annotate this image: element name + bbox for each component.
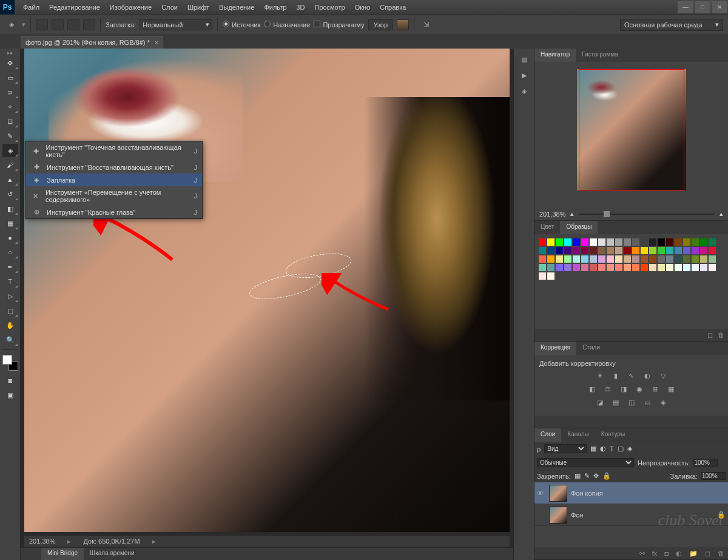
color-swatch[interactable] (556, 255, 563, 263)
color-swatch[interactable] (564, 238, 571, 246)
color-swatch[interactable] (556, 238, 563, 246)
patch-mode-select[interactable]: Нормальный▾ (140, 19, 212, 30)
delete-layer-icon[interactable]: 🗑 (718, 550, 724, 557)
color-swatch[interactable] (590, 264, 597, 271)
tab-layers[interactable]: Слои (534, 428, 561, 442)
selection-add-icon[interactable] (52, 19, 64, 30)
mask-icon[interactable]: ◘ (664, 550, 669, 557)
hue-icon[interactable]: ◧ (586, 384, 598, 394)
nav-zoom-level[interactable]: 201,38% (539, 211, 565, 218)
tab-timeline[interactable]: Шкала времени (84, 548, 140, 560)
color-swatch[interactable] (675, 255, 682, 263)
history-panel-icon[interactable]: ▤ (516, 52, 532, 67)
pen-tool[interactable]: ✒ (2, 260, 18, 274)
color-swatch[interactable] (539, 264, 546, 271)
move-tool[interactable]: ✥ (2, 56, 18, 70)
tab-mini-bridge[interactable]: Mini Bridge (41, 548, 84, 560)
layer-row[interactable]: Фон 🔒 (534, 504, 728, 526)
color-swatch[interactable] (539, 255, 546, 263)
color-swatch[interactable] (658, 238, 665, 246)
hand-tool[interactable]: ✋ (2, 319, 18, 332)
source-radio[interactable]: Источник (223, 21, 260, 29)
menu-3d[interactable]: 3D (291, 1, 309, 13)
color-swatch[interactable] (675, 238, 682, 246)
lasso-tool[interactable]: ⊃ (2, 86, 18, 99)
color-swatch[interactable] (624, 264, 631, 271)
tab-adjustments[interactable]: Коррекция (534, 342, 576, 355)
color-swatch[interactable] (564, 264, 571, 271)
color-swatch[interactable] (547, 264, 554, 271)
path-select-tool[interactable]: ▷ (2, 289, 18, 303)
color-swatch[interactable] (547, 238, 554, 246)
levels-icon[interactable]: ▮ (610, 371, 622, 380)
color-swatch[interactable] (666, 255, 673, 263)
properties-panel-icon[interactable]: ◈ (516, 84, 532, 98)
filter-type-icon[interactable]: T (610, 445, 614, 453)
toolbar-toggle-icon[interactable]: ▸▸ (0, 50, 20, 56)
lock-all-icon[interactable]: 🔒 (602, 472, 611, 480)
screenmode-tool[interactable]: ▣ (2, 388, 18, 402)
document-canvas[interactable] (24, 49, 510, 532)
color-swatch[interactable] (658, 247, 665, 254)
color-swatch[interactable] (624, 255, 631, 263)
color-swatch[interactable] (641, 255, 648, 263)
color-swatch[interactable] (615, 264, 622, 271)
color-swatch[interactable] (683, 247, 690, 254)
menu-filter[interactable]: Фильтр (259, 1, 291, 13)
tab-paths[interactable]: Контуры (595, 428, 631, 442)
channel-mixer-icon[interactable]: ⊞ (649, 384, 661, 394)
color-swatch[interactable] (632, 255, 639, 263)
menu-window[interactable]: Окно (350, 1, 376, 13)
delete-swatch-icon[interactable]: 🗑 (718, 331, 724, 339)
eyedropper-tool[interactable]: ✎ (2, 129, 18, 143)
color-swatch[interactable] (573, 247, 580, 254)
document-tab[interactable]: фото.jpg @ 201% (Фон копия, RGB/8#) * × (21, 36, 163, 49)
color-swatch[interactable] (683, 264, 690, 271)
color-swatch[interactable] (675, 264, 682, 271)
selection-intersect-icon[interactable] (83, 19, 95, 30)
zoom-slider[interactable] (579, 214, 715, 215)
minimize-button[interactable]: — (678, 1, 693, 13)
transparent-checkbox[interactable]: Прозрачному (314, 21, 364, 29)
flyout-item[interactable]: ✚Инструмент "Восстанавливающая кисть"J (26, 161, 202, 174)
crop-tool[interactable]: ⊡ (2, 115, 18, 128)
tab-styles[interactable]: Стили (576, 342, 606, 355)
color-swatch[interactable] (590, 238, 597, 246)
maximize-button[interactable]: □ (695, 1, 710, 13)
bw-icon[interactable]: ◨ (618, 384, 630, 394)
color-swatch[interactable] (632, 264, 639, 271)
color-swatch[interactable] (709, 247, 716, 254)
color-swatch[interactable] (709, 238, 716, 246)
flyout-item[interactable]: ✕Инструмент «Перемещение с учетом содерж… (26, 186, 202, 206)
quickmask-tool[interactable]: ◙ (2, 374, 18, 387)
visibility-icon[interactable]: 👁 (537, 490, 545, 497)
color-swatch[interactable] (692, 264, 699, 271)
filter-adj-icon[interactable]: ◐ (600, 445, 606, 453)
actions-panel-icon[interactable]: ▶ (516, 68, 532, 83)
color-swatch[interactable] (692, 238, 699, 246)
new-swatch-icon[interactable]: ◻ (707, 331, 713, 339)
invert-icon[interactable]: ◪ (594, 397, 606, 407)
color-swatch[interactable] (624, 247, 631, 254)
menu-select[interactable]: Выделение (214, 1, 259, 13)
color-swatch[interactable] (607, 264, 614, 271)
color-swatch[interactable] (658, 255, 665, 263)
color-swatch[interactable] (539, 238, 546, 246)
color-swatches[interactable] (2, 355, 18, 371)
destination-radio[interactable]: Назначение (264, 21, 310, 29)
tab-navigator[interactable]: Навигатор (534, 49, 576, 62)
healing-brush-tool[interactable]: ◈ (2, 144, 18, 157)
blend-mode-select[interactable]: Обычные (537, 458, 634, 467)
color-swatch[interactable] (649, 247, 656, 254)
color-swatch[interactable] (700, 255, 707, 263)
color-swatch[interactable] (573, 255, 580, 263)
color-swatch[interactable] (641, 247, 648, 254)
eraser-tool[interactable]: ◧ (2, 202, 18, 215)
color-swatch[interactable] (700, 264, 707, 271)
zoom-tool[interactable]: 🔍 (2, 333, 18, 346)
color-swatch[interactable] (556, 247, 563, 254)
workspace-select[interactable]: Основная рабочая среда▾ (620, 19, 723, 31)
flyout-item[interactable]: ✚Инструмент "Точечная восстанавливающая … (26, 141, 202, 161)
blur-tool[interactable]: ● (2, 231, 18, 245)
color-swatch[interactable] (615, 247, 622, 254)
